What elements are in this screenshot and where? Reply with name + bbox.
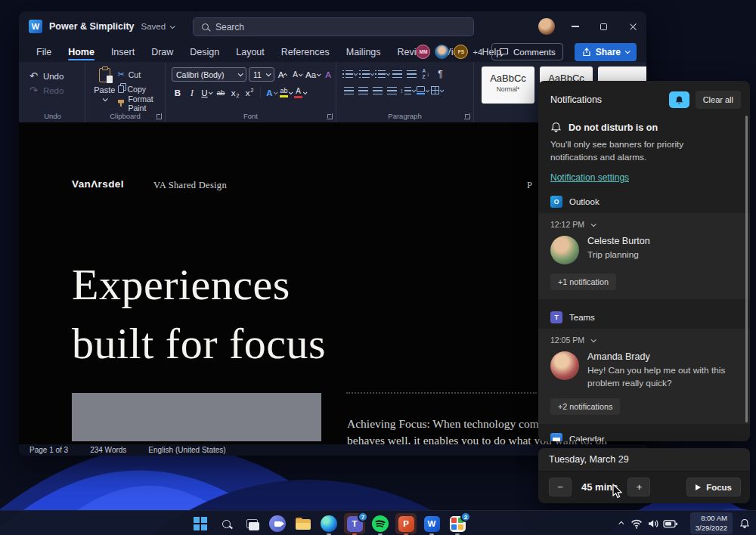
- bold-button[interactable]: B: [172, 86, 184, 99]
- outlook-notification-card[interactable]: 12:12 PM Celeste Burton Trip planning +1…: [538, 213, 750, 299]
- copy-button[interactable]: Copy: [118, 84, 166, 94]
- collaborator-avatar-mm[interactable]: MM: [416, 45, 430, 59]
- collaborator-avatar-photo[interactable]: [435, 45, 449, 59]
- doc-heading-line1: Experiences: [72, 263, 290, 307]
- tab-mailings[interactable]: Mailings: [338, 42, 389, 62]
- notification-settings-link[interactable]: Notification settings: [550, 172, 629, 183]
- redo-button[interactable]: ↷Redo: [29, 83, 85, 97]
- clipboard-group: Paste ✂Cut Copy Format Paint Clipboard: [85, 62, 166, 122]
- word-count[interactable]: 234 Words: [90, 446, 126, 454]
- chat-button[interactable]: [267, 513, 288, 534]
- multilevel-list-button[interactable]: [375, 68, 389, 79]
- tab-file[interactable]: File: [28, 42, 60, 62]
- teams-notification-card[interactable]: 12:05 PM Amanda Brady Hey! Can you help …: [538, 329, 750, 424]
- word-taskbar-button[interactable]: W: [421, 513, 442, 534]
- italic-button[interactable]: I: [186, 86, 198, 99]
- edge-button[interactable]: [318, 513, 339, 534]
- network-volume-battery-icons[interactable]: [631, 518, 683, 530]
- notification-bell-icon[interactable]: [739, 518, 750, 529]
- show-paragraph-marks-button[interactable]: ¶: [435, 68, 447, 79]
- doc-header-center: VA Shared Design: [153, 180, 227, 191]
- increase-indent-button[interactable]: [406, 68, 418, 79]
- outlook-group-header[interactable]: O Outlook: [538, 193, 750, 211]
- panel-scrollbar[interactable]: [745, 116, 748, 422]
- powerpoint-button[interactable]: P: [395, 513, 417, 534]
- save-status[interactable]: Saved: [141, 22, 175, 31]
- paragraph-dialog-launcher[interactable]: [464, 113, 470, 119]
- teams-taskbar-button[interactable]: T7: [344, 513, 365, 534]
- cut-button[interactable]: ✂Cut: [118, 70, 166, 79]
- tab-design[interactable]: Design: [181, 42, 228, 62]
- outlook-more-notifications[interactable]: +1 notification: [550, 274, 616, 290]
- underline-button[interactable]: U: [200, 86, 212, 99]
- justify-button[interactable]: [386, 85, 398, 96]
- align-left-button[interactable]: [342, 85, 355, 96]
- collaborator-avatar-fs[interactable]: FS: [454, 45, 468, 59]
- font-name-select[interactable]: Calibri (Body): [172, 67, 246, 82]
- start-button[interactable]: [190, 513, 211, 534]
- clear-all-button[interactable]: Clear all: [696, 91, 741, 109]
- page-indicator[interactable]: Page 1 of 3: [29, 446, 68, 454]
- line-spacing-button[interactable]: ↕: [400, 85, 414, 96]
- font-dialog-launcher[interactable]: [327, 113, 333, 119]
- font-group: Calibri (Body) 11 A A Aa A B I U ab x2 x…: [166, 62, 336, 122]
- account-avatar[interactable]: [538, 18, 555, 35]
- grow-font-button[interactable]: A: [277, 68, 289, 81]
- focus-start-button[interactable]: Focus: [686, 478, 741, 496]
- clear-formatting-button[interactable]: A: [322, 68, 334, 81]
- borders-button[interactable]: [431, 85, 443, 96]
- close-button[interactable]: [621, 11, 645, 42]
- style-card-normal[interactable]: AaBbCc Normal*: [482, 66, 534, 104]
- numbering-button[interactable]: [359, 68, 373, 79]
- tab-insert[interactable]: Insert: [103, 42, 143, 62]
- teams-group-header[interactable]: T Teams: [538, 308, 750, 326]
- tray-clock[interactable]: 8:00 AM 3/29/2022: [690, 512, 733, 535]
- chevron-down-icon[interactable]: [591, 337, 596, 342]
- font-size-select[interactable]: 11: [249, 67, 274, 82]
- taskbar: T7 P W 2 8:00 AM 3/29/2022: [0, 510, 756, 535]
- calendar-group-header[interactable]: Calendar: [538, 430, 750, 441]
- minimize-button[interactable]: [563, 11, 587, 42]
- align-center-button[interactable]: [357, 85, 369, 96]
- subscript-button[interactable]: x2: [229, 86, 241, 99]
- tray-overflow-chevron[interactable]: [618, 521, 624, 527]
- file-explorer-button[interactable]: [293, 513, 314, 534]
- focus-decrease-button[interactable]: −: [549, 478, 572, 496]
- strikethrough-button[interactable]: ab: [215, 86, 227, 99]
- search-input[interactable]: Search: [193, 17, 474, 36]
- spotify-button[interactable]: [370, 513, 391, 534]
- bullets-button[interactable]: [342, 68, 357, 79]
- focus-increase-button[interactable]: +: [627, 478, 650, 496]
- clipboard-dialog-launcher[interactable]: [156, 113, 162, 119]
- tab-layout[interactable]: Layout: [228, 42, 273, 62]
- language-indicator[interactable]: English (United States): [148, 446, 225, 454]
- highlight-color-button[interactable]: ab: [280, 86, 292, 99]
- maximize-button[interactable]: [591, 11, 615, 42]
- tab-draw[interactable]: Draw: [143, 42, 181, 62]
- task-view-button[interactable]: [241, 513, 262, 534]
- collaborator-overflow[interactable]: +4: [472, 48, 482, 57]
- tab-home[interactable]: Home: [60, 42, 103, 62]
- undo-button[interactable]: ↶Undo: [29, 69, 85, 83]
- share-icon: [582, 48, 591, 57]
- superscript-button[interactable]: x2: [243, 86, 256, 99]
- shrink-font-button[interactable]: A: [291, 68, 303, 81]
- chevron-down-icon[interactable]: [591, 221, 596, 227]
- divider: [260, 87, 261, 98]
- do-not-disturb-toggle[interactable]: [669, 91, 689, 108]
- flyout-date[interactable]: Tuesday, March 29: [538, 448, 750, 472]
- shading-button[interactable]: [417, 85, 429, 96]
- align-right-button[interactable]: [371, 85, 383, 96]
- format-painter-button[interactable]: Format Paint: [118, 98, 166, 108]
- font-color-button[interactable]: A: [294, 86, 306, 99]
- m365-app-button[interactable]: 2: [447, 513, 468, 534]
- decrease-indent-button[interactable]: [392, 68, 404, 79]
- text-effects-button[interactable]: A: [265, 86, 277, 99]
- teams-more-notifications[interactable]: +2 notifications: [550, 398, 620, 415]
- share-button[interactable]: Share: [575, 43, 637, 61]
- comments-button[interactable]: Comments: [491, 43, 563, 60]
- sort-button[interactable]: AZ↓: [420, 68, 432, 79]
- taskbar-search-button[interactable]: [215, 513, 237, 534]
- change-case-button[interactable]: Aa: [305, 68, 320, 81]
- tab-references[interactable]: References: [273, 42, 338, 62]
